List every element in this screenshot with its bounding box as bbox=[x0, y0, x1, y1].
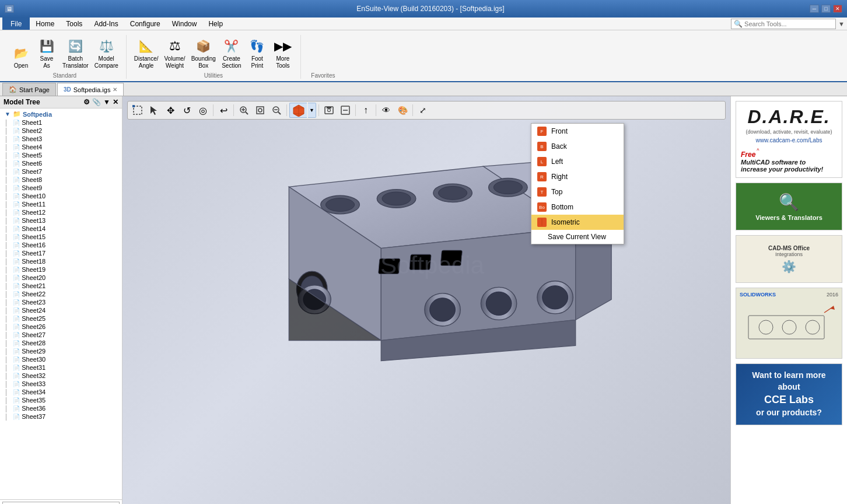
restore-view-button[interactable] bbox=[338, 103, 353, 118]
tree-item-sheet4[interactable]: │📄Sheet4 bbox=[0, 143, 122, 151]
maximize-button[interactable]: □ bbox=[821, 5, 831, 13]
appearance-button[interactable]: 👁 bbox=[379, 103, 394, 118]
menu-file[interactable]: File bbox=[2, 18, 30, 30]
up-arrow-button[interactable]: ↑ bbox=[358, 103, 373, 118]
open-button[interactable]: 📂 Open bbox=[8, 42, 34, 71]
menu-window[interactable]: Window bbox=[166, 18, 203, 30]
tree-item-sheet16[interactable]: │📄Sheet16 bbox=[0, 241, 122, 249]
cce-labs-ad[interactable]: Want to learn more aboutCCE Labsor our p… bbox=[736, 363, 842, 425]
view-isometric[interactable]: Isometric bbox=[531, 215, 624, 230]
tree-item-sheet11[interactable]: │📄Sheet11 bbox=[0, 200, 122, 208]
tree-item-sheet19[interactable]: │📄Sheet19 bbox=[0, 265, 122, 274]
pan-button[interactable]: ✥ bbox=[163, 103, 178, 118]
tree-item-sheet5[interactable]: │📄Sheet5 bbox=[0, 151, 122, 159]
tab-close-icon[interactable]: ✕ bbox=[113, 86, 117, 93]
select-rect-button[interactable] bbox=[130, 103, 145, 118]
tree-item-sheet10[interactable]: │📄Sheet10 bbox=[0, 192, 122, 200]
rotate-button[interactable]: ↺ bbox=[179, 103, 194, 118]
viewport[interactable]: ✥ ↺ ◎ ↩ bbox=[123, 96, 730, 504]
tree-item-sheet12[interactable]: │📄Sheet12 bbox=[0, 208, 122, 216]
tree-item-sheet27[interactable]: │📄Sheet27 bbox=[0, 331, 122, 339]
search-bar[interactable]: 🔍 bbox=[731, 19, 836, 29]
tree-item-sheet13[interactable]: │📄Sheet13 bbox=[0, 216, 122, 225]
orbit-button[interactable]: ◎ bbox=[195, 103, 211, 118]
tree-item-sheet14[interactable]: │📄Sheet14 bbox=[0, 225, 122, 233]
tree-item-sheet31[interactable]: │📄Sheet31 bbox=[0, 363, 122, 372]
sidebar-search[interactable] bbox=[0, 499, 122, 504]
menu-tools[interactable]: Tools bbox=[60, 18, 88, 30]
view-cube-button[interactable] bbox=[289, 103, 307, 118]
distance-angle-button[interactable]: 📐 Distance/Angle bbox=[131, 35, 162, 71]
view-cube-dropdown-button[interactable]: ▼ bbox=[308, 103, 316, 118]
solidworks-ad[interactable]: SOLIDWORKS 2016 bbox=[736, 288, 842, 359]
menu-addins[interactable]: Add-Ins bbox=[88, 18, 124, 30]
tree-item-sheet24[interactable]: │📄Sheet24 bbox=[0, 306, 122, 314]
view-right[interactable]: R Right bbox=[531, 169, 624, 184]
select-pointer-button[interactable] bbox=[146, 103, 162, 118]
view-bottom[interactable]: Bo Bottom bbox=[531, 200, 624, 215]
quick-access-icon[interactable]: ▼ bbox=[838, 20, 845, 27]
tree-item-sheet34[interactable]: │📄Sheet34 bbox=[0, 388, 122, 396]
tree-item-sheet30[interactable]: │📄Sheet30 bbox=[0, 355, 122, 363]
close-button[interactable]: ✕ bbox=[833, 5, 842, 13]
tree-item-sheet23[interactable]: │📄Sheet23 bbox=[0, 298, 122, 306]
tree-item-sheet2[interactable]: │📄Sheet2 bbox=[0, 127, 122, 135]
tree-root[interactable]: ▼ 📁 Softpedia bbox=[0, 110, 122, 118]
batch-translator-button[interactable]: 🔄 BatchTranslator bbox=[60, 35, 92, 71]
save-current-view[interactable]: Save Current View bbox=[531, 230, 624, 244]
tree-item-sheet35[interactable]: │📄Sheet35 bbox=[0, 396, 122, 404]
tab-softpedia[interactable]: 3D Softpedia.igs ✕ bbox=[57, 83, 124, 96]
bounding-box-button[interactable]: 📦 BoundingBox bbox=[188, 35, 219, 71]
undo-view-button[interactable]: ↩ bbox=[216, 103, 231, 118]
tree-item-sheet20[interactable]: │📄Sheet20 bbox=[0, 274, 122, 282]
cadms-ad[interactable]: CAD-MS Office Integrations ⚙️ bbox=[736, 235, 842, 283]
save-view-button[interactable] bbox=[321, 103, 337, 118]
tree-item-sheet25[interactable]: │📄Sheet25 bbox=[0, 314, 122, 323]
volume-weight-button[interactable]: ⚖ Volume/Weight bbox=[161, 35, 188, 71]
tree-item-sheet18[interactable]: │📄Sheet18 bbox=[0, 257, 122, 265]
tree-item-sheet29[interactable]: │📄Sheet29 bbox=[0, 347, 122, 355]
tree-item-sheet15[interactable]: │📄Sheet15 bbox=[0, 233, 122, 241]
tree-item-sheet33[interactable]: │📄Sheet33 bbox=[0, 380, 122, 388]
tree-item-sheet7[interactable]: │📄Sheet7 bbox=[0, 167, 122, 176]
close-sidebar-icon[interactable]: ✕ bbox=[113, 98, 118, 106]
tree-item-sheet37[interactable]: │📄Sheet37 bbox=[0, 412, 122, 421]
sidebar-search-input[interactable] bbox=[2, 502, 120, 504]
menu-help[interactable]: Help bbox=[202, 18, 229, 30]
save-as-button[interactable]: 💾 SaveAs bbox=[34, 35, 60, 71]
zoom-fit-button[interactable] bbox=[253, 103, 268, 118]
tree-item-sheet32[interactable]: │📄Sheet32 bbox=[0, 372, 122, 380]
dare-ad[interactable]: D.A.R.E. (download, activate, revisit, e… bbox=[736, 101, 842, 178]
view-back[interactable]: B Back bbox=[531, 139, 624, 154]
more-tools-button[interactable]: ▶▶ MoreTools bbox=[270, 35, 296, 71]
minimize-button[interactable]: ─ bbox=[810, 5, 819, 13]
zoom-in-button[interactable] bbox=[269, 103, 284, 118]
viewers-ad[interactable]: 🔍 Viewers & Translators bbox=[736, 183, 842, 230]
tree-item-sheet17[interactable]: │📄Sheet17 bbox=[0, 249, 122, 257]
tree-item-sheet3[interactable]: │📄Sheet3 bbox=[0, 135, 122, 143]
settings-icon[interactable]: ⚙ bbox=[83, 98, 90, 106]
tree-item-sheet22[interactable]: │📄Sheet22 bbox=[0, 290, 122, 298]
create-section-button[interactable]: ✂️ CreateSection bbox=[219, 35, 244, 71]
render-button[interactable]: 🎨 bbox=[395, 103, 410, 118]
tree-item-sheet8[interactable]: │📄Sheet8 bbox=[0, 176, 122, 184]
tree-item-sheet26[interactable]: │📄Sheet26 bbox=[0, 323, 122, 331]
tree-item-sheet6[interactable]: │📄Sheet6 bbox=[0, 159, 122, 167]
tree-item-sheet9[interactable]: │📄Sheet9 bbox=[0, 184, 122, 192]
pin-icon[interactable]: 📎 bbox=[92, 98, 101, 106]
foot-print-button[interactable]: 👣 FootPrint bbox=[244, 35, 270, 71]
view-front[interactable]: F Front bbox=[531, 124, 624, 139]
tree-item-sheet28[interactable]: │📄Sheet28 bbox=[0, 339, 122, 347]
expand-button[interactable]: ⤢ bbox=[415, 103, 430, 118]
view-top[interactable]: T Top bbox=[531, 184, 624, 200]
tab-start-page[interactable]: 🏠 Start Page bbox=[2, 83, 56, 96]
tree-item-sheet21[interactable]: │📄Sheet21 bbox=[0, 282, 122, 290]
menu-home[interactable]: Home bbox=[30, 18, 60, 30]
tree-item-sheet1[interactable]: │📄Sheet1 bbox=[0, 118, 122, 127]
tree-item-sheet36[interactable]: │📄Sheet36 bbox=[0, 404, 122, 412]
view-left[interactable]: L Left bbox=[531, 154, 624, 169]
zoom-rect-button[interactable] bbox=[236, 103, 251, 118]
filter-icon[interactable]: ▼ bbox=[103, 98, 110, 106]
model-compare-button[interactable]: ⚖️ ModelCompare bbox=[92, 35, 121, 71]
search-input[interactable] bbox=[744, 20, 833, 27]
